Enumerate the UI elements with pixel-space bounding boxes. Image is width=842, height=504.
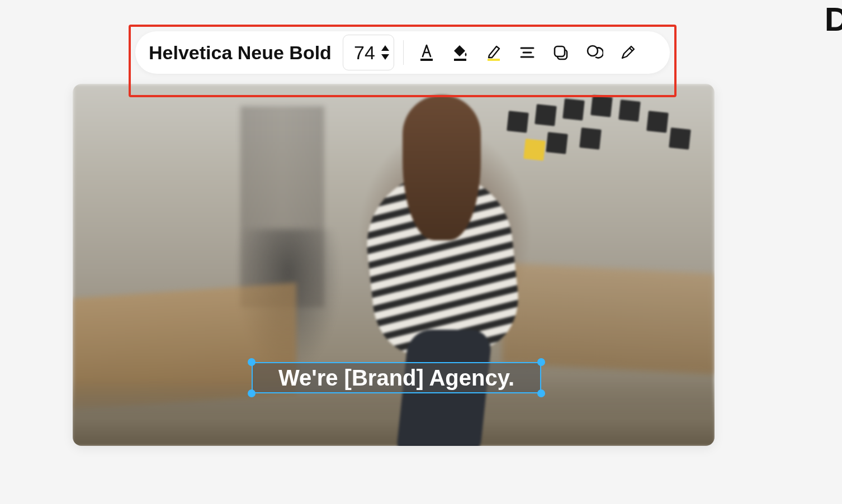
bg-desk-right-shape	[502, 263, 715, 374]
text-element-content[interactable]: We're [Brand] Agency.	[278, 365, 514, 391]
align-button[interactable]	[513, 39, 541, 66]
selection-outline: We're [Brand] Agency.	[252, 362, 541, 393]
text-color-button[interactable]	[413, 39, 441, 66]
resize-handle-bottom-left[interactable]	[248, 389, 256, 397]
resize-handle-top-right[interactable]	[537, 358, 545, 366]
resize-handle-top-left[interactable]	[248, 358, 256, 366]
caret-up-icon	[381, 45, 389, 51]
text-format-toolbar: Helvetica Neue Bold 74	[135, 31, 670, 74]
layer-icon	[552, 44, 570, 61]
svg-rect-1	[454, 59, 466, 61]
effects-button[interactable]	[580, 39, 608, 66]
text-color-icon	[417, 43, 436, 62]
toolbar-divider	[403, 40, 404, 65]
edit-pencil-icon	[619, 44, 636, 61]
highlight-color-button[interactable]	[480, 39, 508, 66]
fill-color-icon	[451, 43, 470, 62]
svg-rect-6	[555, 46, 565, 56]
align-icon	[519, 44, 536, 61]
caret-down-icon	[381, 54, 389, 60]
bg-sticky-notes	[502, 89, 703, 168]
highlight-color-icon	[484, 43, 503, 62]
font-size-increase-button[interactable]	[381, 45, 389, 51]
selected-text-element[interactable]: We're [Brand] Agency.	[252, 362, 541, 393]
partial-offscreen-glyph: D	[825, 0, 842, 39]
svg-rect-2	[488, 59, 500, 61]
font-family-selector[interactable]: Helvetica Neue Bold	[149, 42, 337, 64]
svg-point-7	[588, 46, 598, 56]
font-size-stepper[interactable]: 74	[343, 35, 394, 70]
font-size-value[interactable]: 74	[352, 42, 377, 64]
resize-handle-bottom-right[interactable]	[537, 389, 545, 397]
svg-rect-0	[420, 59, 433, 61]
layer-order-button[interactable]	[547, 39, 575, 66]
effects-icon	[585, 44, 603, 61]
fill-color-button[interactable]	[446, 39, 474, 66]
edit-button[interactable]	[614, 39, 642, 66]
font-size-decrease-button[interactable]	[381, 54, 389, 60]
